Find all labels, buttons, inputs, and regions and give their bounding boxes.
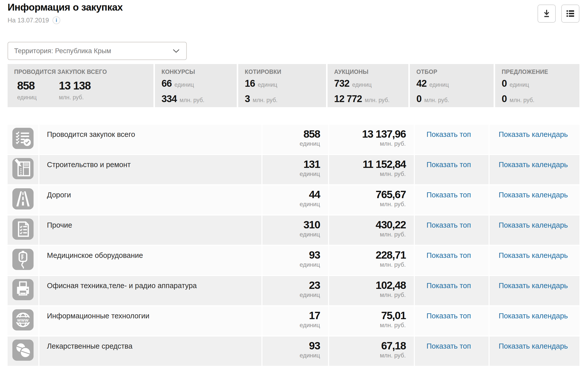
printer-icon [12,279,34,300]
table-row: Прочие 310единиц 430,22млн. руб. Показат… [8,216,579,245]
summary-block-otbor: ОТБОР 42единиц 0млн. руб. [410,64,494,107]
units-value: 16 [245,78,255,89]
show-calendar-link[interactable]: Показать календарь [499,221,568,229]
summary-block-predlozhenie: ПРЕДЛОЖЕНИЕ 0единиц 0млн. руб. [495,64,579,107]
row-units-value: 17 [262,310,320,321]
show-calendar-link[interactable]: Показать календарь [499,161,568,169]
units-label: единиц [352,81,371,88]
row-units-label: единиц [262,201,320,208]
row-units-label: единиц [262,291,320,298]
chevron-down-icon [173,49,180,53]
report-date: На 13.07.2019 [8,17,49,24]
page-title: Информация о закупках [8,2,579,13]
show-top-link[interactable]: Показать топ [426,191,471,199]
show-calendar-link[interactable]: Показать календарь [499,251,568,259]
units-value: 42 [416,78,426,89]
show-top-link[interactable]: Показать топ [426,130,471,138]
summary-strip: ПРОВОДИТСЯ ЗАКУПОК ВСЕГО 858 единиц 13 1… [8,64,579,107]
units-value: 732 [334,78,349,89]
show-calendar-link[interactable]: Показать календарь [499,191,568,199]
row-amount-label: млн. руб. [329,352,406,359]
row-label: Строительство и ремонт [39,155,261,184]
summary-block-title: АУКЦИОНЫ [334,69,402,75]
row-amount-label: млн. руб. [329,170,406,177]
amount-label: млн. руб. [510,97,534,104]
show-top-link[interactable]: Показать топ [426,161,471,169]
territory-select-value: Территория: Республика Крым [14,47,111,55]
row-label: Информационные технологии [39,306,261,336]
row-label: Дороги [39,185,261,215]
amount-value: 0 [416,94,421,104]
show-top-link[interactable]: Показать топ [426,251,471,259]
info-icon[interactable]: i [52,16,60,24]
show-top-link[interactable]: Показать топ [426,312,471,320]
units-label: единиц [510,81,529,88]
units-value: 0 [502,78,507,89]
download-icon [542,9,552,19]
row-label: Лекарственные средства [39,337,261,366]
row-amount-label: млн. руб. [329,201,406,208]
list-view-button[interactable] [561,5,579,23]
row-units-value: 131 [262,159,320,170]
row-units-value: 23 [262,280,320,291]
row-units-value: 93 [262,340,320,352]
units-label: единиц [429,81,449,88]
show-calendar-link[interactable]: Показать календарь [499,130,568,138]
row-amount-value: 75,01 [329,310,406,321]
list-icon [565,9,575,18]
total-amount-label: млн. руб. [59,94,91,101]
table-row: Офисная техника,теле- и радио аппаратура… [8,276,579,305]
svg-text:www: www [17,317,29,323]
row-amount-value: 67,18 [329,340,406,352]
amount-label: млн. руб. [365,97,390,104]
row-amount-value: 430,22 [329,219,406,231]
road-icon [12,188,34,209]
row-label: Медицинское оборудование [39,246,261,275]
construction-icon [12,158,34,179]
toolbar [538,5,579,23]
table-row: Лекарственные средства 93единиц 67,18млн… [8,337,579,366]
territory-select[interactable]: Территория: Республика Крым [8,42,187,60]
summary-block-konkursy: КОНКУРСЫ 66единиц 334млн. руб. [155,64,237,107]
row-units-label: единиц [262,231,320,238]
show-calendar-link[interactable]: Показать календарь [499,312,568,320]
summary-block-title: КОНКУРСЫ [162,69,231,75]
amount-value: 0 [502,94,507,104]
amount-label: млн. руб. [253,97,278,104]
row-amount-value: 13 137,96 [329,128,406,140]
amount-label: млн. руб. [424,97,449,104]
row-label: Проводится закупок всего [39,125,261,154]
amount-value: 334 [162,94,177,104]
amount-value: 3 [245,94,250,104]
show-top-link[interactable]: Показать топ [426,221,471,229]
table-row: Дороги 44единиц 765,67млн. руб. Показать… [8,185,579,215]
table-row: Строительство и ремонт 131единиц 11 152,… [8,155,579,184]
summary-block-title: ОТБОР [416,69,488,75]
row-amount-label: млн. руб. [329,291,406,298]
row-units-value: 93 [262,249,320,261]
row-amount-label: млн. руб. [329,231,406,238]
show-calendar-link[interactable]: Показать календарь [499,282,568,290]
show-top-link[interactable]: Показать топ [426,342,471,350]
row-units-value: 310 [262,219,320,231]
row-amount-value: 11 152,84 [329,159,406,170]
summary-total-block: ПРОВОДИТСЯ ЗАКУПОК ВСЕГО 858 единиц 13 1… [8,64,153,107]
row-label: Прочие [39,216,261,245]
row-units-value: 858 [262,128,320,140]
units-label: единиц [258,81,277,88]
row-amount-label: млн. руб. [329,261,406,268]
row-amount-label: млн. руб. [329,322,406,329]
table-row: www Информационные технологии 17единиц 7… [8,306,579,336]
row-units-label: единиц [262,261,320,268]
show-top-link[interactable]: Показать топ [426,282,471,290]
row-label: Офисная техника,теле- и радио аппаратура [39,276,261,305]
row-amount-value: 228,71 [329,249,406,261]
total-units-value: 858 [17,79,37,92]
document-icon [12,219,34,240]
show-calendar-link[interactable]: Показать календарь [499,342,568,350]
row-units-label: единиц [262,140,320,147]
summary-block-title: ПРОВОДИТСЯ ЗАКУПОК ВСЕГО [14,69,147,75]
download-button[interactable] [538,5,556,23]
row-units-label: единиц [262,170,320,177]
amount-value: 12 772 [334,94,362,104]
